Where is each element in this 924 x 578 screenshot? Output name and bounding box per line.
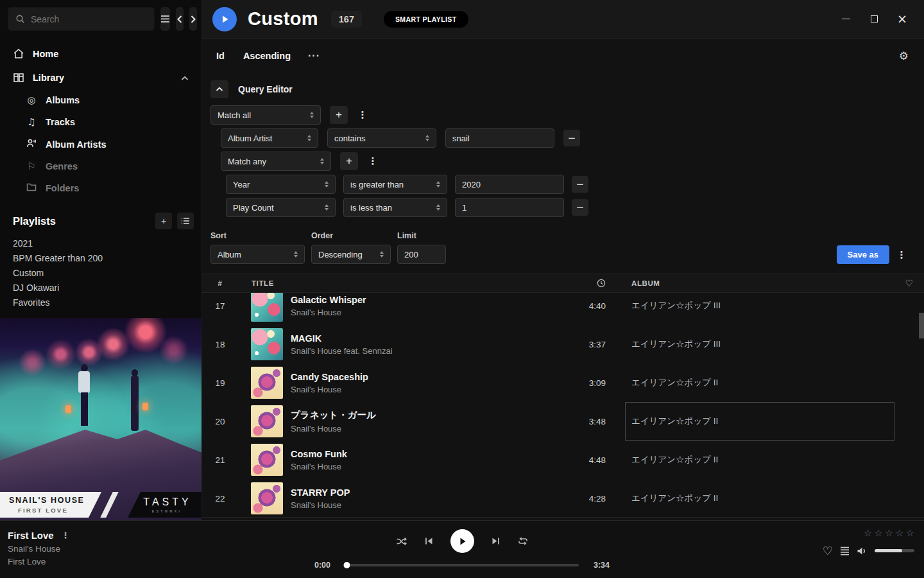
minimize-button[interactable] [839,13,852,26]
order-select[interactable]: Descending [311,245,391,264]
heart-icon[interactable]: ♡ [894,278,924,288]
close-button[interactable]: × [896,13,909,26]
group-options-button[interactable]: ⋮ [357,106,368,124]
track-cover[interactable] [251,293,283,322]
menu-button[interactable] [160,7,170,31]
column-header-title[interactable]: TITLE [238,279,574,287]
track-cover[interactable] [251,405,283,437]
album-cell[interactable]: エイリアン☆ポップ III [625,325,894,363]
track-title[interactable]: MAGIK [291,333,393,344]
sub-match-select[interactable]: Match any [221,152,331,171]
track-title[interactable]: Candy Spaceship [291,372,368,382]
track-album-link[interactable]: エイリアン☆ポップ II [631,377,718,389]
gear-icon[interactable]: ⚙ [899,49,909,62]
seek-slider[interactable] [345,564,579,566]
album-cell[interactable]: エイリアン☆ポップ III [625,293,894,325]
sort-field-button[interactable]: Id [216,51,225,61]
rule-field-select[interactable]: Album Artist [221,128,318,148]
track-cover[interactable] [251,367,283,399]
track-cover[interactable] [251,482,283,514]
playlist-list-button[interactable] [177,213,194,229]
sort-select[interactable]: Album [210,245,305,264]
sub-rule-value-field[interactable] [462,180,557,189]
track-artist[interactable]: Snail's House [291,462,347,471]
track-album-link[interactable]: エイリアン☆ポップ II [631,493,718,504]
track-artist[interactable]: Snail's House [291,424,376,434]
now-playing-album-art[interactable]: SNAIL'S HOUSE FIRST LOVE TASTY ESTMMXI [0,318,202,520]
track-artist[interactable]: Snail's House [291,385,368,394]
rule-operator-select[interactable]: contains [327,128,436,148]
sub-rule-operator-select[interactable]: is less than [343,198,447,217]
sidebar-item-album-artists[interactable]: Album Artists [0,133,201,155]
sub-rule-field-select[interactable]: Year [226,175,336,194]
track-title[interactable]: Galactic Whisper [291,295,366,305]
add-rule-button[interactable]: + [330,106,348,124]
sub-rule-operator-select[interactable]: is greater than [343,175,447,194]
sub-rule-value-input[interactable] [455,198,564,217]
sidebar-item-albums[interactable]: ◎ Albums [0,89,201,111]
sidebar-playlist-item[interactable]: Custom [0,265,201,280]
nav-forward-button[interactable] [189,7,197,31]
sidebar-playlist-item[interactable]: Favorites [0,295,201,310]
now-playing-title[interactable]: First Love [8,530,54,541]
volume-slider[interactable] [875,549,914,552]
column-header-duration[interactable] [574,279,625,288]
sidebar-item-tracks[interactable]: ♫ Tracks [0,111,201,133]
sidebar-item-library[interactable]: Library [0,66,201,89]
track-cover[interactable] [251,328,283,360]
play-pause-button[interactable] [450,529,474,553]
track-cover[interactable] [251,444,283,476]
queue-button[interactable] [840,547,850,556]
remove-sub-rule-button[interactable]: − [572,176,588,193]
favorite-button[interactable]: ♡ [823,544,833,557]
table-row[interactable]: 22 STARRY POP Snail's House 4:28 エイリアン☆ポ… [202,479,924,518]
table-row[interactable]: 18 MAGIK Snail's House feat. Sennzai 3:3… [202,325,924,363]
sidebar-item-genres[interactable]: ⚐ Genres [0,155,201,177]
track-artist[interactable]: Snail's House [291,308,366,317]
sidebar-playlist-item[interactable]: BPM Greater than 200 [0,250,201,265]
now-playing-album[interactable]: First Love [8,557,193,566]
maximize-button[interactable] [868,13,880,26]
query-editor-collapse-button[interactable] [210,80,228,98]
column-header-album[interactable]: ALBUM [625,279,894,287]
add-playlist-button[interactable]: + [155,213,172,229]
next-track-button[interactable] [491,536,501,546]
sort-order-button[interactable]: Ascending [243,51,291,61]
star-icon[interactable]: ☆ [864,527,872,539]
track-artist[interactable]: Snail's House [291,500,350,510]
track-title[interactable]: プラネット・ガール [291,409,376,421]
table-row[interactable]: 19 Candy Spaceship Snail's House 3:09 エイ… [202,363,924,402]
star-icon[interactable]: ☆ [895,527,903,539]
sub-group-options-button[interactable]: ⋮ [367,152,379,170]
play-playlist-button[interactable] [212,7,237,31]
table-row[interactable]: 21 Cosmo Funk Snail's House 4:48 エイリアン☆ポ… [202,441,924,479]
star-icon[interactable]: ☆ [906,527,914,539]
save-as-button[interactable]: Save as [837,245,889,264]
sub-rule-value-field[interactable] [462,203,557,213]
rule-value-input[interactable] [445,128,554,148]
more-options-button[interactable]: ··· [308,50,320,62]
seek-handle[interactable] [344,562,350,568]
star-icon[interactable]: ☆ [885,527,893,539]
sidebar-playlist-item[interactable]: 2021 [0,236,201,250]
now-playing-options-button[interactable]: ⋮ [62,530,70,540]
remove-rule-button[interactable]: − [563,130,580,146]
track-title[interactable]: STARRY POP [291,487,350,498]
track-album-link[interactable]: エイリアン☆ポップ III [631,338,721,350]
album-cell[interactable]: エイリアン☆ポップ II [625,363,894,402]
search-field[interactable] [31,14,147,24]
shuffle-button[interactable] [396,536,407,547]
root-match-select[interactable]: Match all [210,105,321,125]
sidebar-item-folders[interactable]: Folders [0,177,201,198]
collapse-chevron-icon[interactable] [181,73,189,83]
album-cell[interactable]: エイリアン☆ポップ II [625,479,894,518]
sidebar-item-home[interactable]: Home [0,42,201,66]
now-playing-artist[interactable]: Snail's House [8,544,193,554]
sidebar-playlist-item[interactable]: DJ Okawari [0,280,201,295]
album-cell[interactable]: エイリアン☆ポップ II [625,402,894,441]
search-input[interactable] [8,7,155,31]
limit-field[interactable] [404,250,439,259]
table-row[interactable]: 20 プラネット・ガール Snail's House 3:48 エイリアン☆ポッ… [202,402,924,441]
column-header-number[interactable]: # [202,279,238,287]
limit-input[interactable] [397,245,446,264]
